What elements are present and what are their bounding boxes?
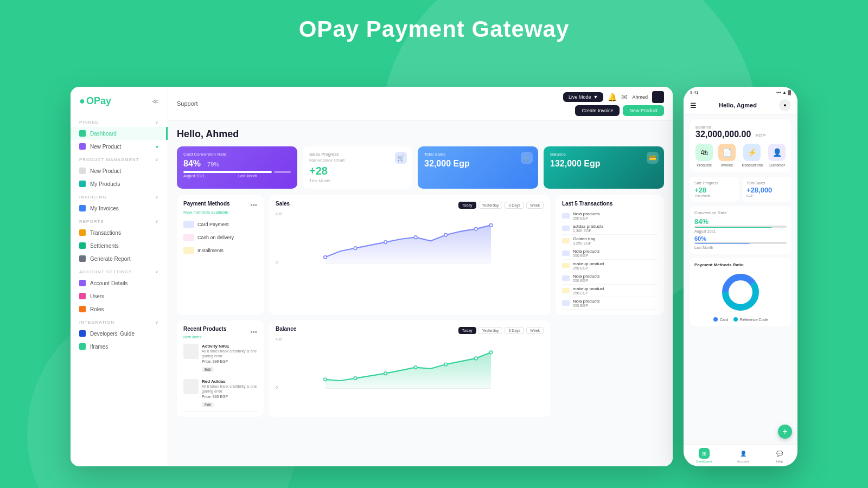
balance-chart-svg <box>278 337 541 391</box>
sidebar-item-roles[interactable]: Roles <box>71 303 168 316</box>
mobile-action-products[interactable]: 🛍 Products <box>695 144 713 167</box>
balance-filter-today[interactable]: Today <box>458 327 476 334</box>
recent-products-more[interactable]: ••• <box>250 329 257 336</box>
balance-filter-yesterday[interactable]: Yesterday <box>478 327 503 334</box>
edit-product-1-button[interactable]: Edit <box>202 367 214 372</box>
tx-icon-4 <box>562 251 570 256</box>
topnav: Support Live Mode ▼ 🔔 ✉ Ahmed Create Inv… <box>168 87 673 121</box>
conversion-secondary: 79% <box>207 161 219 168</box>
edit-product-2-button[interactable]: Edit <box>202 402 214 407</box>
sidebar-section-pinned: PINNED∨ <box>71 115 168 127</box>
mobile-conversion-current-label: August 2021 <box>694 229 787 233</box>
payment-methods-subtitle: New methods available <box>183 210 257 215</box>
mobile-quick-actions: 🛍 Products 📄 Invoice ⚡ Transactions 👤 Cu… <box>695 144 786 167</box>
main-content: Support Live Mode ▼ 🔔 ✉ Ahmed Create Inv… <box>168 87 673 466</box>
filter-yesterday[interactable]: Yesterday <box>478 202 503 209</box>
message-icon[interactable]: ✉ <box>621 93 628 101</box>
mobile-nav-help[interactable]: 💬 Help <box>774 448 785 463</box>
mobile-customer-icon: 👤 <box>768 144 786 161</box>
sidebar-item-users[interactable]: Users <box>71 290 168 303</box>
create-invoice-button[interactable]: Create Invoice <box>575 105 620 116</box>
sidebar-item-dashboard[interactable]: Dashboard <box>71 127 168 140</box>
mobile-conversion-bar-bg-2 <box>694 242 787 244</box>
transaction-item: adidas products1,300 EGP <box>562 222 658 235</box>
live-mode-button[interactable]: Live Mode ▼ <box>563 92 603 102</box>
sidebar-item-transactions[interactable]: Transactions <box>71 226 168 239</box>
topnav-right: Live Mode ▼ 🔔 ✉ Ahmed Create Invoice New… <box>563 91 664 116</box>
payment-methods-title: Payment Methods <box>183 201 230 207</box>
payment-method-install[interactable]: Installments <box>183 244 257 257</box>
iframes-icon <box>79 343 86 350</box>
my-products-icon <box>79 181 86 187</box>
page-title: OPay Payment Gateway <box>0 0 868 42</box>
sidebar-item-new-product-pinned[interactable]: New Product ★ <box>71 140 168 153</box>
support-label: Support <box>177 100 198 107</box>
payment-method-cash[interactable]: Cash on delivery <box>183 231 257 244</box>
conversion-period: August 2021 <box>183 174 236 178</box>
filter-week[interactable]: Week <box>526 202 544 209</box>
filter-today[interactable]: Today <box>458 202 476 209</box>
mobile-fab-button[interactable]: + <box>778 425 792 439</box>
sales-chart-svg <box>278 212 541 266</box>
balance-filter-week[interactable]: Week <box>526 327 544 334</box>
balance-filter-3days[interactable]: 3 Days <box>505 327 524 334</box>
mobile-action-customer[interactable]: 👤 Customer <box>768 144 786 167</box>
conversion-secondary-period: Last Month <box>238 174 291 178</box>
payment-methods-header: Payment Methods ••• <box>183 201 257 210</box>
mobile-nav-dashboard[interactable]: ⊞ Dashboard <box>696 448 712 463</box>
transactions-title: Last 5 Transactions <box>562 201 658 207</box>
mobile-time: 9:41 <box>690 90 699 95</box>
transaction-item: Nola products350 EGP <box>562 272 658 285</box>
sidebar-section-reports: REPORTS∨ <box>71 215 168 226</box>
installments-icon <box>183 247 194 254</box>
filter-3days[interactable]: 3 Days <box>505 202 524 209</box>
mobile-action-invoice[interactable]: 📄 Invoice <box>718 144 736 167</box>
sales-icon: 🛒 <box>395 152 407 164</box>
roles-icon <box>79 306 86 312</box>
payment-method-card[interactable]: Card Payment <box>183 218 257 231</box>
mobile-body: Balance 32,000,000.00 EGP 🛍 Products 📄 I… <box>684 115 797 444</box>
mobile-nav-account[interactable]: 👤 Account <box>737 448 749 463</box>
payment-methods-more[interactable]: ••• <box>250 202 257 209</box>
svg-point-11 <box>414 366 417 369</box>
mobile-balance-label: Balance <box>695 125 786 130</box>
sales-chart-header: Sales Today Yesterday 3 Days Week <box>276 201 544 210</box>
account-icon <box>79 280 86 286</box>
sidebar-item-account-details[interactable]: Account Details <box>71 277 168 290</box>
legend-ref-dot <box>733 317 738 322</box>
mobile-notification-icon[interactable]: ● <box>779 99 791 111</box>
mobile-balance-section: Balance 32,000,000.00 EGP 🛍 Products 📄 I… <box>690 119 791 172</box>
mobile-action-transactions[interactable]: ⚡ Transactions <box>741 144 763 167</box>
mobile-nav-dashboard-icon: ⊞ <box>699 448 710 459</box>
middle-row: Payment Methods ••• New methods availabl… <box>177 195 664 315</box>
topnav-row2: Create Invoice New Product <box>563 105 664 116</box>
sidebar-item-iframes[interactable]: Iframes <box>71 340 168 353</box>
balance-y-label: 400 <box>276 337 282 341</box>
product-thumb-2 <box>183 379 199 394</box>
mobile-balance-value: 32,000,000.00 <box>695 130 751 139</box>
transaction-item: makeup product250 EGP <box>562 285 658 297</box>
new-product-button[interactable]: New Product <box>623 105 664 116</box>
progress-bar-current <box>183 171 272 173</box>
mobile-menu-icon[interactable]: ☰ <box>690 101 697 110</box>
mobile-products-icon: 🛍 <box>695 144 713 161</box>
progress-bar-remaining <box>274 171 291 173</box>
mobile-status-bar: 9:41 ▪▪▪ ▲ ▓ <box>684 87 797 96</box>
mobile-balance-currency: EGP <box>755 133 765 138</box>
sidebar-item-generate-report[interactable]: Generate Report <box>71 252 168 265</box>
sidebar-item-my-products[interactable]: My Products <box>71 177 168 190</box>
svg-point-5 <box>474 227 477 230</box>
sales-chart-filters: Today Yesterday 3 Days Week <box>458 202 544 209</box>
sidebar-item-developers[interactable]: Developers' Guide <box>71 327 168 340</box>
sidebar: ●OPay ≪ PINNED∨ Dashboard New Product ★ … <box>71 87 168 466</box>
new-product-icon <box>79 143 86 150</box>
mobile-nav-account-icon: 👤 <box>738 448 749 459</box>
sidebar-logo: ●OPay ≪ <box>71 95 168 115</box>
total-sales-card: 🛒 Total Sales 32,000 Egp <box>418 146 538 189</box>
sidebar-item-invoices[interactable]: My Invoices <box>71 202 168 215</box>
sidebar-item-settlements[interactable]: Settlements <box>71 239 168 252</box>
notification-icon[interactable]: 🔔 <box>608 93 617 101</box>
collapse-button[interactable]: ≪ <box>152 98 159 105</box>
progress-labels: August 2021 Last Month <box>183 174 291 178</box>
sidebar-item-new-product[interactable]: New Product <box>71 164 168 177</box>
